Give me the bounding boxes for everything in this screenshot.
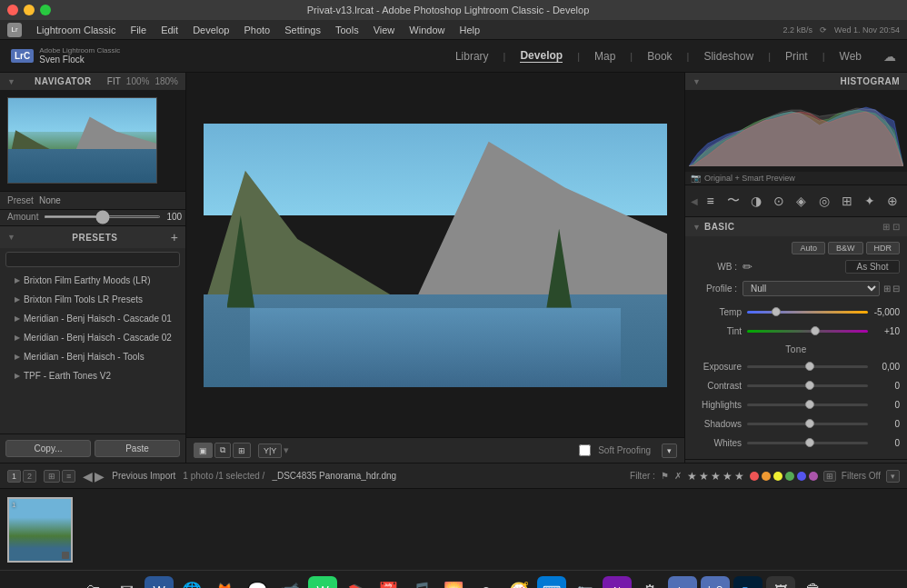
preset-group-header-0[interactable]: ▶ Brixton Film Earthy Moods (LR) [0, 273, 185, 288]
dock-photoshop[interactable]: Ps [733, 576, 762, 589]
highlights-slider-track[interactable] [747, 404, 868, 406]
dock-vscode[interactable]: ⌨ [537, 576, 566, 589]
dock-finder[interactable]: 🗂 [79, 576, 108, 589]
dock-facetime[interactable]: 📹 [275, 576, 304, 589]
dock-onenote[interactable]: N [603, 576, 632, 589]
navigator-100-btn[interactable]: 100% [126, 76, 150, 86]
index-2-btn[interactable]: 2 [23, 470, 36, 483]
minimize-button[interactable] [24, 5, 35, 15]
nav-web[interactable]: Web [840, 50, 862, 63]
menu-window[interactable]: Window [409, 25, 444, 35]
basic-expand-icon[interactable]: ⊡ [892, 222, 900, 232]
soft-proofing-checkbox[interactable] [579, 444, 591, 456]
dock-lr-mobile[interactable]: Lr [668, 576, 697, 589]
detail-icon[interactable]: ◈ [792, 191, 812, 211]
menu-photo[interactable]: Photo [244, 25, 270, 35]
contrast-slider-track[interactable] [747, 384, 868, 387]
cloud-icon[interactable]: ☁ [883, 49, 896, 64]
filter-flag-icon[interactable]: ⚑ [661, 471, 669, 481]
nav-prev-btn[interactable]: ◀ [83, 469, 93, 483]
preset-group-header-1[interactable]: ▶ Brixton Film Tools LR Presets [0, 292, 185, 307]
contrast-slider-thumb[interactable] [805, 381, 814, 390]
star-1[interactable]: ★ [687, 470, 697, 483]
transform-icon[interactable]: ⊞ [837, 191, 857, 211]
tint-slider-track[interactable] [747, 330, 868, 333]
highlights-slider-thumb[interactable] [805, 400, 814, 409]
main-photo[interactable] [204, 124, 667, 387]
shadows-slider-track[interactable] [747, 423, 868, 425]
filmstrip-control-icon[interactable]: ⊞ [826, 472, 833, 481]
menu-develop[interactable]: Develop [193, 25, 229, 35]
star-5[interactable]: ★ [734, 470, 744, 483]
star-4[interactable]: ★ [723, 470, 733, 483]
hsl-icon[interactable]: ◑ [746, 191, 766, 211]
menu-lightroom[interactable]: Lightroom Classic [36, 25, 115, 35]
exposure-slider-track[interactable] [747, 365, 868, 368]
menu-help[interactable]: Help [459, 25, 480, 35]
wb-hdr-button[interactable]: HDR [866, 242, 901, 254]
menu-file[interactable]: File [130, 25, 146, 35]
color-grading-icon[interactable]: ⊙ [769, 191, 789, 211]
wb-value[interactable]: As Shot [845, 260, 900, 274]
index-1-btn[interactable]: 1 [7, 470, 21, 483]
ratio-btn-1[interactable]: Y|Y [258, 443, 282, 458]
maximize-button[interactable] [40, 5, 51, 15]
dock-extra[interactable]: 🖼 [766, 576, 795, 589]
preset-group-header-5[interactable]: ▶ TPF - Earth Tones V2 [0, 368, 185, 384]
grid-layout-btn[interactable]: ⊞ [44, 470, 60, 483]
star-2[interactable]: ★ [699, 470, 709, 483]
color-label-blue[interactable] [797, 472, 806, 481]
dock-trash[interactable]: 🗑 [799, 576, 828, 589]
preset-group-header-3[interactable]: ▶ Meridian - Benj Haisch - Cascade 02 [0, 330, 185, 345]
nav-next-btn[interactable]: ▶ [95, 469, 105, 483]
menu-view[interactable]: View [374, 25, 395, 35]
color-label-yellow[interactable] [773, 472, 782, 481]
compare-view-btn[interactable]: ⧉ [214, 443, 231, 458]
dock-appstore[interactable]: ⊕ [472, 576, 501, 589]
filter-options-btn[interactable]: ▾ [886, 470, 900, 483]
star-3[interactable]: ★ [711, 470, 721, 483]
dock-chrome[interactable]: 🌐 [177, 576, 206, 589]
dock-firefox[interactable]: 🦊 [210, 576, 239, 589]
shadows-slider-thumb[interactable] [805, 419, 814, 428]
tone-curve-icon[interactable]: 〜 [723, 191, 743, 211]
histogram-header[interactable]: ▼ Histogram [685, 73, 907, 90]
color-label-green[interactable] [785, 472, 794, 481]
toolbar-expand-btn[interactable]: ▾ [662, 443, 677, 458]
nav-library[interactable]: Library [455, 50, 489, 63]
eyedropper-icon[interactable]: ✏ [743, 260, 753, 274]
navigator-180-btn[interactable]: 180% [154, 76, 178, 86]
filter-reject-icon[interactable]: ✗ [674, 471, 682, 481]
left-panel-toggle[interactable]: ◀ [691, 196, 698, 206]
add-preset-button[interactable]: + [171, 230, 178, 244]
close-button[interactable] [7, 5, 18, 15]
profile-select[interactable]: Null [743, 281, 880, 296]
single-view-btn[interactable]: ▣ [194, 443, 213, 458]
nav-print[interactable]: Print [785, 50, 808, 63]
basic-grid-icon[interactable]: ⊞ [882, 222, 890, 232]
tint-slider-thumb[interactable] [811, 326, 820, 335]
color-label-orange[interactable] [762, 472, 771, 481]
dock-safari[interactable]: 🧭 [504, 576, 533, 589]
dock-kindle[interactable]: 📚 [341, 576, 370, 589]
list-layout-btn[interactable]: ≡ [62, 470, 75, 483]
film-item-0[interactable]: 1 [7, 497, 73, 563]
color-label-red[interactable] [750, 472, 759, 481]
dock-photos[interactable]: 🌅 [439, 576, 468, 589]
menu-settings[interactable]: Settings [284, 25, 321, 35]
dock-capture[interactable]: 📷 [570, 576, 599, 589]
effects-icon[interactable]: ✦ [860, 191, 880, 211]
preset-group-header-4[interactable]: ▶ Meridian - Benj Haisch - Tools [0, 349, 185, 364]
nav-develop[interactable]: Develop [520, 49, 563, 63]
calibration-icon[interactable]: ⊕ [882, 191, 902, 211]
basic-tool-icon[interactable]: ≡ [701, 191, 721, 211]
temp-slider-track[interactable] [747, 311, 868, 314]
menu-tools[interactable]: Tools [335, 25, 359, 35]
dock-calendar[interactable]: 📅 [374, 576, 403, 589]
dock-word[interactable]: W [145, 576, 174, 589]
exposure-slider-thumb[interactable] [805, 362, 814, 371]
basic-panel-header[interactable]: ▼ Basic ⊞ ⊡ [685, 217, 907, 236]
dock-messages[interactable]: 💬 [243, 576, 272, 589]
nav-book[interactable]: Book [647, 50, 672, 63]
amount-slider[interactable] [44, 215, 161, 218]
